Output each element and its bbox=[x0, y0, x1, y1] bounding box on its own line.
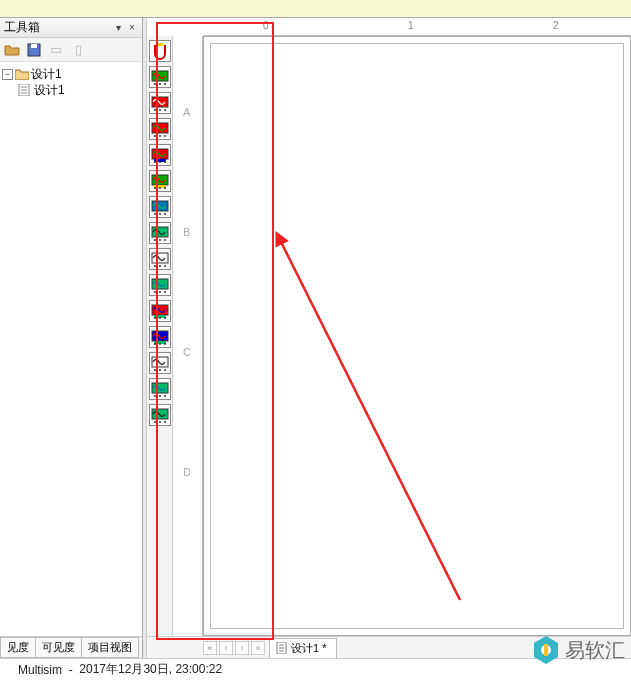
svg-rect-68 bbox=[544, 644, 548, 656]
watermark: 易软汇 bbox=[533, 635, 625, 665]
canvas-area: 0 1 2 A B C D « ‹ bbox=[147, 18, 631, 658]
sidebar-tab-0[interactable]: 见度 bbox=[0, 637, 36, 658]
network-analyzer-icon[interactable] bbox=[149, 378, 171, 400]
svg-rect-52 bbox=[152, 357, 168, 367]
ruler-v-label: A bbox=[183, 106, 190, 118]
oscilloscope-4ch-icon[interactable] bbox=[149, 144, 171, 166]
distortion-icon[interactable] bbox=[149, 326, 171, 348]
open-folder-icon[interactable] bbox=[4, 42, 20, 58]
svg-point-9 bbox=[154, 109, 156, 111]
tree-root[interactable]: − 设计1 bbox=[2, 66, 140, 82]
tab-nav-first-icon[interactable]: « bbox=[203, 641, 217, 655]
svg-point-41 bbox=[164, 291, 166, 293]
sidebar-tabs: 见度 可见度 项目视图 bbox=[0, 636, 142, 658]
status-datetime: 2017年12月30日, 23:00:22 bbox=[79, 661, 222, 678]
wattmeter-icon[interactable] bbox=[149, 92, 171, 114]
svg-point-14 bbox=[159, 135, 161, 137]
folder-icon bbox=[15, 68, 29, 80]
svg-point-57 bbox=[154, 395, 156, 397]
sheet-border bbox=[210, 43, 624, 629]
tab-nav-arrows: « ‹ › » bbox=[203, 641, 265, 655]
oscilloscope-2ch-icon[interactable] bbox=[149, 118, 171, 140]
svg-rect-34 bbox=[152, 253, 168, 263]
toolbar-strip-top bbox=[0, 0, 631, 18]
bode-plotter-icon[interactable] bbox=[149, 170, 171, 192]
main-row: 工具箱 ▾ × ▭ ▯ − 设计1 bbox=[0, 18, 631, 658]
svg-point-55 bbox=[164, 369, 166, 371]
svg-point-11 bbox=[164, 109, 166, 111]
status-separator: - bbox=[69, 663, 73, 677]
schematic-file-icon bbox=[18, 84, 32, 96]
sheet-tab[interactable]: 设计1 * bbox=[269, 638, 337, 658]
svg-point-7 bbox=[164, 83, 166, 85]
svg-point-49 bbox=[154, 343, 156, 345]
svg-point-39 bbox=[154, 291, 156, 293]
logic-analyzer-icon[interactable] bbox=[149, 248, 171, 270]
freq-counter-icon[interactable] bbox=[149, 196, 171, 218]
svg-point-25 bbox=[164, 187, 166, 189]
svg-point-59 bbox=[164, 395, 166, 397]
svg-rect-1 bbox=[31, 44, 37, 48]
svg-point-37 bbox=[164, 265, 166, 267]
svg-point-51 bbox=[164, 343, 166, 345]
svg-point-63 bbox=[164, 421, 166, 423]
svg-point-31 bbox=[154, 239, 156, 241]
svg-point-19 bbox=[159, 161, 161, 163]
svg-rect-4 bbox=[152, 71, 168, 81]
ruler-h-tick: 0 bbox=[263, 20, 269, 31]
word-gen-icon[interactable] bbox=[149, 222, 171, 244]
schematic-sheet[interactable] bbox=[203, 36, 631, 636]
ruler-v-label: D bbox=[183, 466, 191, 478]
svg-point-36 bbox=[159, 265, 161, 267]
sheet-tab-icon bbox=[276, 642, 288, 654]
svg-rect-12 bbox=[152, 123, 168, 133]
svg-point-62 bbox=[159, 421, 161, 423]
svg-point-10 bbox=[159, 109, 161, 111]
svg-point-15 bbox=[164, 135, 166, 137]
horizontal-ruler: 0 1 2 bbox=[203, 18, 631, 36]
svg-rect-3 bbox=[157, 43, 163, 46]
ruler-h-tick: 2 bbox=[553, 20, 559, 31]
toolbox-mini-toolbar: ▭ ▯ bbox=[0, 38, 142, 62]
svg-point-5 bbox=[154, 83, 156, 85]
agilent-scope-icon[interactable] bbox=[149, 404, 171, 426]
svg-point-46 bbox=[164, 317, 166, 319]
svg-point-61 bbox=[154, 421, 156, 423]
svg-point-13 bbox=[154, 135, 156, 137]
ruler-v-label: C bbox=[183, 346, 191, 358]
svg-point-33 bbox=[164, 239, 166, 241]
ruler-h-tick: 1 bbox=[408, 20, 414, 31]
svg-point-35 bbox=[154, 265, 156, 267]
toolbar-btn-3-icon: ▭ bbox=[48, 42, 64, 58]
tab-nav-last-icon[interactable]: » bbox=[251, 641, 265, 655]
sidebar-tab-1[interactable]: 可见度 bbox=[35, 637, 82, 658]
schematic-sheet-wrap bbox=[203, 36, 631, 636]
tab-nav-prev-icon[interactable]: ‹ bbox=[219, 641, 233, 655]
tab-nav-next-icon[interactable]: › bbox=[235, 641, 249, 655]
toolbar-btn-4-icon: ▯ bbox=[70, 42, 86, 58]
function-gen-icon[interactable] bbox=[149, 66, 171, 88]
svg-point-18 bbox=[154, 161, 156, 163]
expander-minus-icon[interactable]: − bbox=[2, 69, 13, 80]
ruler-v-label: B bbox=[183, 226, 190, 238]
multimeter-icon[interactable] bbox=[149, 40, 171, 62]
svg-rect-42 bbox=[152, 305, 168, 315]
svg-point-29 bbox=[164, 213, 166, 215]
spectrum-icon[interactable] bbox=[149, 352, 171, 374]
svg-point-40 bbox=[159, 291, 161, 293]
tree-child[interactable]: 设计1 bbox=[2, 82, 140, 98]
svg-rect-26 bbox=[152, 201, 168, 211]
toolbox-title: 工具箱 bbox=[4, 19, 110, 36]
svg-rect-8 bbox=[152, 97, 168, 107]
save-icon[interactable] bbox=[26, 42, 42, 58]
logic-converter-icon[interactable] bbox=[149, 274, 171, 296]
design-tree[interactable]: − 设计1 设计1 bbox=[0, 62, 142, 636]
toolbox-close-icon[interactable]: × bbox=[126, 22, 138, 34]
toolbox-dropdown-icon[interactable]: ▾ bbox=[112, 22, 124, 34]
sidebar-tab-2[interactable]: 项目视图 bbox=[81, 637, 139, 658]
svg-point-44 bbox=[154, 317, 156, 319]
iv-analyzer-icon[interactable] bbox=[149, 300, 171, 322]
canvas-row: A B C D bbox=[147, 36, 631, 636]
svg-point-23 bbox=[154, 187, 156, 189]
svg-point-58 bbox=[159, 395, 161, 397]
